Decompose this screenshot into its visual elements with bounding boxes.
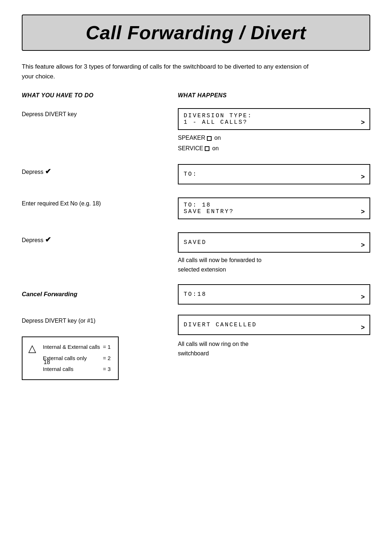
cancel-divert-left: Depress DIVERT key (or #1) △ Internal & … <box>22 315 174 380</box>
info-eq-3: = 3 <box>102 364 112 375</box>
info-row-3: Internal calls = 3 <box>41 364 112 375</box>
lcd-to-18: TO: 18 SAVE ENTRY? > <box>178 197 370 219</box>
info-row-2: External calls only = 2 <box>41 353 112 364</box>
warning-triangle-icon: △ <box>28 342 36 354</box>
lcd-line-1: DIVERSION TYPE: <box>184 113 355 119</box>
lcd-to: TO: > <box>178 164 370 184</box>
lcd-saved: SAVED > <box>178 232 370 253</box>
info-table: Internal & External calls = 1 External c… <box>41 342 112 375</box>
info-eq-2: = 2 <box>102 353 112 364</box>
step-4-right: SAVED > All calls will now be forwarded … <box>174 232 370 274</box>
step-3-instruction: Enter required Ext No (e.g. 18) <box>22 200 101 207</box>
lcd-arrow: > <box>361 119 366 126</box>
all-calls-ring-text: All calls will now ring on theswitchboar… <box>178 339 370 358</box>
lcd-line-2: 1 - ALL CALLS? <box>184 119 355 126</box>
lcd-divert-cancelled-line: DIVERT CANCELLED <box>184 322 355 328</box>
step-4-left: Depress ✔ <box>22 232 174 274</box>
step-1-left: Depress DIVERT key <box>22 108 174 154</box>
lcd-divert-cancelled: DIVERT CANCELLED > <box>178 315 370 335</box>
step-1-right: DIVERSION TYPE: 1 - ALL CALLS? > SPEAKER… <box>174 108 370 154</box>
cancel-divert-instruction: Depress DIVERT key (or #1) <box>22 318 95 324</box>
lcd-to-line: TO: <box>184 171 355 177</box>
step-2-instruction: Depress ✔ <box>22 167 53 176</box>
lcd-arrow-5: > <box>361 294 366 301</box>
cancel-forwarding-header: Cancel Forwarding <box>22 291 77 298</box>
step-4: Depress ✔ SAVED > All calls will now be … <box>22 232 370 274</box>
lcd-to-18-cancel-line: TO:18 <box>184 291 355 298</box>
info-row-1: Internal & External calls = 1 <box>41 342 112 353</box>
right-column-header: What Happens <box>178 92 370 99</box>
info-label-3: Internal calls <box>41 364 102 375</box>
cancel-step-divert-row: Depress DIVERT key (or #1) △ Internal & … <box>22 315 370 380</box>
step-2: Depress ✔ TO: > <box>22 164 370 187</box>
speaker-checkbox <box>207 136 212 141</box>
lcd-to-18-line2: SAVE ENTRY? <box>184 208 355 215</box>
lcd-to-18-cancel: TO:18 > <box>178 284 370 305</box>
lcd-arrow-6: > <box>361 324 366 331</box>
step-4-instruction: Depress ✔ <box>22 235 53 244</box>
lcd-arrow-4: > <box>361 242 366 249</box>
cancel-header-right: TO:18 > <box>174 284 370 307</box>
cancel-forwarding-section: Cancel Forwarding TO:18 > Depress DIVERT… <box>22 284 370 380</box>
page-title-box: Call Forwarding / Divert <box>22 15 370 51</box>
page-number: 18 <box>44 359 50 366</box>
lcd-diversion-type: DIVERSION TYPE: 1 - ALL CALLS? > <box>178 108 370 130</box>
step-3-right: TO: 18 SAVE ENTRY? > <box>174 197 370 222</box>
step-2-right: TO: > <box>174 164 370 187</box>
info-box: △ Internal & External calls = 1 External… <box>22 336 119 380</box>
lcd-saved-line: SAVED <box>184 239 355 246</box>
page-title: Call Forwarding / Divert <box>33 22 359 44</box>
info-label-1: Internal & External calls <box>41 342 102 353</box>
cancel-divert-right: DIVERT CANCELLED > All calls will now ri… <box>174 315 370 380</box>
info-box-content: Internal & External calls = 1 External c… <box>41 342 112 375</box>
info-label-2: External calls only <box>41 353 102 364</box>
checkmark-1: ✔ <box>45 167 51 175</box>
service-checkbox <box>205 146 209 151</box>
step-1-instruction: Depress DIVERT key <box>22 111 77 118</box>
info-eq-1: = 1 <box>102 342 112 353</box>
step-2-left: Depress ✔ <box>22 164 174 187</box>
step-3: Enter required Ext No (e.g. 18) TO: 18 S… <box>22 197 370 222</box>
step-3-left: Enter required Ext No (e.g. 18) <box>22 197 174 222</box>
cancel-step-header-row: Cancel Forwarding TO:18 > <box>22 284 370 307</box>
all-calls-forwarded-text: All calls will now be forwarded toselect… <box>178 256 370 274</box>
lcd-to-18-line1: TO: 18 <box>184 202 355 208</box>
lcd-arrow-2: > <box>361 174 366 181</box>
lcd-arrow-3: > <box>361 208 366 216</box>
left-column-header: What You Have To Do <box>22 92 163 99</box>
speaker-service-text: SPEAKER on SERVICE on <box>178 133 370 154</box>
intro-text: This feature allows for 3 types of forwa… <box>22 62 319 81</box>
step-1: Depress DIVERT key DIVERSION TYPE: 1 - A… <box>22 108 370 154</box>
cancel-header-left: Cancel Forwarding <box>22 284 174 307</box>
checkmark-2: ✔ <box>45 236 51 244</box>
